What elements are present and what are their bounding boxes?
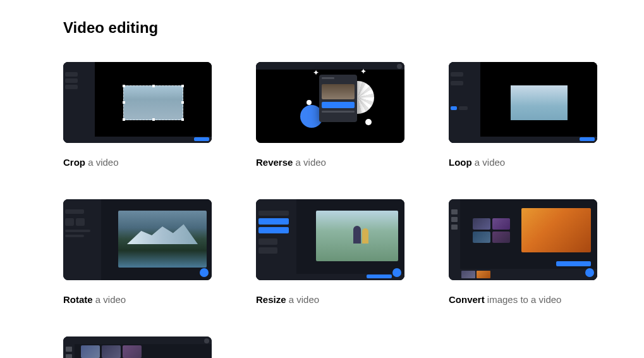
card-partial-thumbnail bbox=[63, 336, 212, 358]
card-resize[interactable]: Resize a video bbox=[256, 199, 404, 305]
card-rotate-label: Rotate a video bbox=[63, 294, 212, 305]
card-crop[interactable]: Crop a video bbox=[63, 62, 212, 168]
card-resize-thumbnail bbox=[256, 199, 404, 280]
card-convert[interactable]: Convert images to a video bbox=[449, 199, 597, 305]
card-partial[interactable] bbox=[63, 336, 212, 358]
card-reverse-thumbnail: ✦ ✦ bbox=[256, 62, 404, 143]
card-convert-label: Convert images to a video bbox=[449, 294, 597, 305]
card-reverse[interactable]: ✦ ✦ Reverse a video bbox=[256, 62, 404, 168]
section-title: Video editing bbox=[63, 19, 581, 37]
card-loop-label: Loop a video bbox=[449, 157, 597, 168]
card-reverse-label: Reverse a video bbox=[256, 157, 404, 168]
card-loop[interactable]: Loop a video bbox=[449, 62, 597, 168]
card-crop-thumbnail bbox=[63, 62, 212, 143]
card-crop-label: Crop a video bbox=[63, 157, 212, 168]
features-grid: Crop a video ✦ ✦ R bbox=[63, 62, 581, 358]
card-rotate-thumbnail bbox=[63, 199, 212, 280]
card-convert-thumbnail bbox=[449, 199, 597, 280]
card-loop-thumbnail bbox=[449, 62, 597, 143]
card-rotate[interactable]: Rotate a video bbox=[63, 199, 212, 305]
card-resize-label: Resize a video bbox=[256, 294, 404, 305]
